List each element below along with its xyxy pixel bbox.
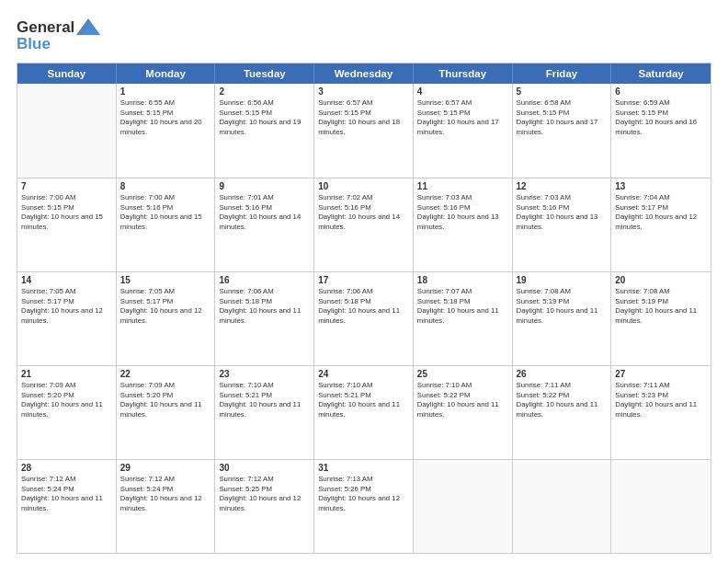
day-info: Sunrise: 6:57 AMSunset: 5:15 PMDaylight:… [417,98,508,137]
day-info: Sunrise: 7:00 AMSunset: 5:16 PMDaylight:… [120,193,211,232]
day-number: 11 [417,181,508,191]
day-number: 23 [219,369,310,379]
day-number: 19 [517,275,608,285]
day-info: Sunrise: 7:11 AMSunset: 5:23 PMDaylight:… [615,381,707,419]
day-number: 26 [517,369,608,379]
logo-blue: Blue [17,35,51,53]
day-number: 8 [120,181,211,191]
header-day-saturday: Saturday [611,63,711,84]
day-info: Sunrise: 7:06 AMSunset: 5:18 PMDaylight:… [219,287,310,326]
calendar-cell: 17Sunrise: 7:06 AMSunset: 5:18 PMDayligh… [314,272,414,365]
day-number: 20 [615,275,707,285]
logo-icon [76,17,100,37]
header-day-friday: Friday [513,63,612,84]
calendar-cell: 26Sunrise: 7:11 AMSunset: 5:22 PMDayligh… [513,366,612,459]
calendar-cell [414,460,513,553]
day-number: 21 [21,369,112,379]
calendar-cell: 1Sunrise: 6:55 AMSunset: 5:15 PMDaylight… [117,84,216,178]
calendar-cell: 10Sunrise: 7:02 AMSunset: 5:16 PMDayligh… [314,178,414,271]
calendar-cell: 19Sunrise: 7:08 AMSunset: 5:19 PMDayligh… [513,272,612,365]
calendar-cell: 27Sunrise: 7:11 AMSunset: 5:23 PMDayligh… [611,366,711,459]
calendar-cell: 18Sunrise: 7:07 AMSunset: 5:18 PMDayligh… [414,272,513,365]
calendar-cell: 15Sunrise: 7:05 AMSunset: 5:17 PMDayligh… [117,272,216,365]
day-info: Sunrise: 7:10 AMSunset: 5:21 PMDaylight:… [318,381,409,419]
header-day-monday: Monday [117,63,216,84]
day-number: 15 [120,275,211,285]
day-info: Sunrise: 7:02 AMSunset: 5:16 PMDaylight:… [318,193,409,232]
day-info: Sunrise: 7:03 AMSunset: 5:16 PMDaylight:… [417,193,508,232]
day-info: Sunrise: 7:06 AMSunset: 5:18 PMDaylight:… [318,287,409,326]
calendar-cell [17,84,117,178]
calendar: SundayMondayTuesdayWednesdayThursdayFrid… [17,63,711,554]
calendar-week-1: 1Sunrise: 6:55 AMSunset: 5:15 PMDaylight… [17,84,711,178]
day-number: 3 [318,86,409,97]
day-info: Sunrise: 7:05 AMSunset: 5:17 PMDaylight:… [120,287,211,326]
day-info: Sunrise: 7:10 AMSunset: 5:22 PMDaylight:… [417,381,508,419]
calendar-week-2: 7Sunrise: 7:00 AMSunset: 5:15 PMDaylight… [17,178,711,271]
logo: General Blue [17,17,100,53]
calendar-cell: 21Sunrise: 7:09 AMSunset: 5:20 PMDayligh… [17,366,117,459]
page: General Blue SundayMondayTuesdayWednesda… [0,0,728,563]
day-info: Sunrise: 7:08 AMSunset: 5:19 PMDaylight:… [517,287,608,326]
calendar-week-3: 14Sunrise: 7:05 AMSunset: 5:17 PMDayligh… [17,271,711,365]
day-number: 16 [219,275,310,285]
day-number: 5 [517,86,608,97]
day-number: 1 [120,86,211,97]
day-info: Sunrise: 7:03 AMSunset: 5:16 PMDaylight:… [517,193,608,232]
calendar-cell: 9Sunrise: 7:01 AMSunset: 5:16 PMDaylight… [215,178,314,271]
day-info: Sunrise: 7:12 AMSunset: 5:24 PMDaylight:… [21,475,112,513]
day-number: 9 [219,181,310,191]
day-info: Sunrise: 6:59 AMSunset: 5:15 PMDaylight:… [615,98,707,137]
header: General Blue [17,17,711,53]
header-day-thursday: Thursday [414,63,513,84]
calendar-cell: 7Sunrise: 7:00 AMSunset: 5:15 PMDaylight… [17,178,117,271]
day-number: 17 [318,275,409,285]
day-number: 13 [615,181,707,191]
day-number: 12 [517,181,608,191]
calendar-cell: 30Sunrise: 7:12 AMSunset: 5:25 PMDayligh… [215,460,314,553]
calendar-cell: 28Sunrise: 7:12 AMSunset: 5:24 PMDayligh… [17,460,117,553]
logo-general: General [17,18,74,37]
calendar-cell: 29Sunrise: 7:12 AMSunset: 5:24 PMDayligh… [117,460,216,553]
calendar-week-5: 28Sunrise: 7:12 AMSunset: 5:24 PMDayligh… [17,459,711,553]
day-info: Sunrise: 7:12 AMSunset: 5:25 PMDaylight:… [219,475,310,513]
calendar-header: SundayMondayTuesdayWednesdayThursdayFrid… [17,63,711,84]
calendar-cell: 8Sunrise: 7:00 AMSunset: 5:16 PMDaylight… [117,178,216,271]
day-info: Sunrise: 6:58 AMSunset: 5:15 PMDaylight:… [517,98,608,137]
day-info: Sunrise: 7:00 AMSunset: 5:15 PMDaylight:… [21,193,112,232]
day-number: 18 [417,275,508,285]
day-info: Sunrise: 7:09 AMSunset: 5:20 PMDaylight:… [120,381,211,419]
day-info: Sunrise: 7:01 AMSunset: 5:16 PMDaylight:… [219,193,310,232]
calendar-cell: 14Sunrise: 7:05 AMSunset: 5:17 PMDayligh… [17,272,117,365]
day-number: 30 [219,463,310,473]
day-number: 22 [120,369,211,379]
header-day-sunday: Sunday [17,63,117,84]
day-info: Sunrise: 6:55 AMSunset: 5:15 PMDaylight:… [120,98,211,137]
day-info: Sunrise: 7:08 AMSunset: 5:19 PMDaylight:… [615,287,707,326]
calendar-week-4: 21Sunrise: 7:09 AMSunset: 5:20 PMDayligh… [17,365,711,459]
calendar-cell: 4Sunrise: 6:57 AMSunset: 5:15 PMDaylight… [414,84,513,178]
day-number: 10 [318,181,409,191]
header-day-wednesday: Wednesday [314,63,414,84]
day-number: 4 [417,86,508,97]
day-info: Sunrise: 6:57 AMSunset: 5:15 PMDaylight:… [318,98,409,137]
day-number: 28 [21,463,112,473]
calendar-cell: 24Sunrise: 7:10 AMSunset: 5:21 PMDayligh… [314,366,414,459]
day-info: Sunrise: 7:12 AMSunset: 5:24 PMDaylight:… [120,475,211,513]
calendar-cell: 5Sunrise: 6:58 AMSunset: 5:15 PMDaylight… [513,84,612,178]
calendar-cell: 20Sunrise: 7:08 AMSunset: 5:19 PMDayligh… [611,272,711,365]
day-number: 14 [21,275,112,285]
day-number: 7 [21,181,112,191]
calendar-cell [611,460,711,553]
calendar-body: 1Sunrise: 6:55 AMSunset: 5:15 PMDaylight… [17,84,711,553]
day-info: Sunrise: 7:07 AMSunset: 5:18 PMDaylight:… [417,287,508,326]
calendar-cell: 6Sunrise: 6:59 AMSunset: 5:15 PMDaylight… [611,84,711,178]
calendar-cell: 23Sunrise: 7:10 AMSunset: 5:21 PMDayligh… [215,366,314,459]
day-info: Sunrise: 7:11 AMSunset: 5:22 PMDaylight:… [517,381,608,419]
day-number: 24 [318,369,409,379]
calendar-cell: 25Sunrise: 7:10 AMSunset: 5:22 PMDayligh… [414,366,513,459]
calendar-cell: 22Sunrise: 7:09 AMSunset: 5:20 PMDayligh… [117,366,216,459]
calendar-cell: 2Sunrise: 6:56 AMSunset: 5:15 PMDaylight… [215,84,314,178]
day-number: 27 [615,369,707,379]
calendar-cell: 16Sunrise: 7:06 AMSunset: 5:18 PMDayligh… [215,272,314,365]
